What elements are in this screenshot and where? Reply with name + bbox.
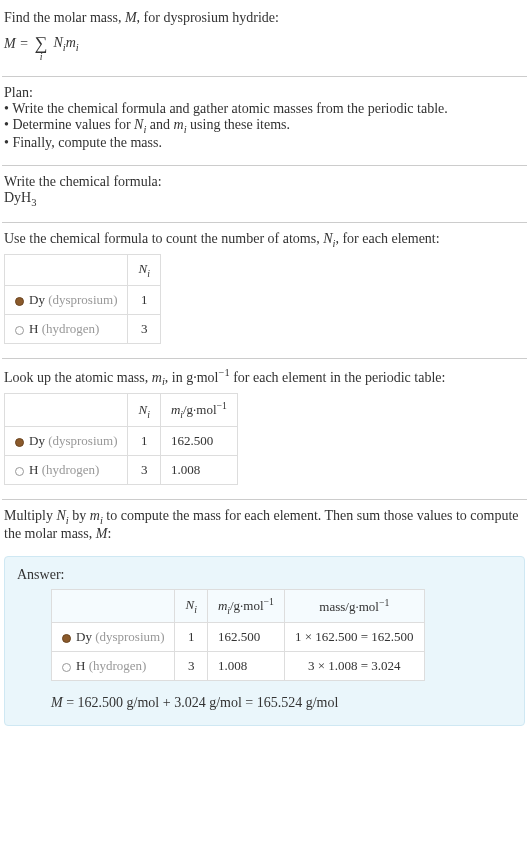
- element-cell: Dy (dysprosium): [5, 285, 128, 314]
- plan-section: Plan: • Write the chemical formula and g…: [2, 81, 527, 161]
- col-element: [5, 394, 128, 427]
- n-cell: 3: [128, 314, 160, 343]
- mass-cell: 1.008: [160, 456, 237, 485]
- divider: [2, 76, 527, 77]
- table-row: H (hydrogen) 3 1.008: [5, 456, 238, 485]
- element-cell: Dy (dysprosium): [5, 427, 128, 456]
- divider: [2, 499, 527, 500]
- table-row: Dy (dysprosium) 1 162.500 1 × 162.500 = …: [52, 623, 425, 652]
- mass-table: Ni mi/g·mol−1 Dy (dysprosium) 1 162.500 …: [4, 393, 238, 485]
- element-cell: H (hydrogen): [5, 314, 128, 343]
- col-Ni: Ni: [128, 255, 160, 286]
- answer-label: Answer:: [17, 567, 512, 583]
- eq-left: M =: [4, 36, 29, 52]
- mass-cell: 1 × 162.500 = 162.500: [284, 623, 424, 652]
- intro-text-a: Find the molar mass,: [4, 10, 125, 25]
- n-cell: 1: [128, 427, 160, 456]
- col-mass: mass/g·mol−1: [284, 590, 424, 623]
- table-row: Dy (dysprosium) 1: [5, 285, 161, 314]
- formula-section: Write the chemical formula: DyH3: [2, 170, 527, 218]
- table-header-row: Ni: [5, 255, 161, 286]
- table-header-row: Ni mi/g·mol−1: [5, 394, 238, 427]
- element-cell: H (hydrogen): [5, 456, 128, 485]
- element-cell: H (hydrogen): [52, 652, 175, 681]
- col-Ni: Ni: [128, 394, 160, 427]
- var-M: M: [125, 10, 137, 25]
- mass-text: Look up the atomic mass, mi, in g·mol−1 …: [4, 367, 525, 387]
- element-dot-icon: [15, 467, 24, 476]
- n-cell: 3: [128, 456, 160, 485]
- col-element: [5, 255, 128, 286]
- plan-bullet-2: • Determine values for Ni and mi using t…: [4, 117, 525, 135]
- intro-section: Find the molar mass, M, for dysprosium h…: [2, 6, 527, 72]
- plan-bullet-1: • Write the chemical formula and gather …: [4, 101, 525, 117]
- molar-mass-equation: M = ∑ i Nimi: [4, 26, 525, 62]
- divider: [2, 222, 527, 223]
- n-cell: 1: [128, 285, 160, 314]
- answer-table: Ni mi/g·mol−1 mass/g·mol−1 Dy (dysprosiu…: [51, 589, 425, 681]
- mass-cell: 3 × 1.008 = 3.024: [284, 652, 424, 681]
- sigma-icon: ∑ i: [35, 26, 48, 62]
- count-table: Ni Dy (dysprosium) 1 H (hydrogen) 3: [4, 254, 161, 344]
- plan-bullet-3: • Finally, compute the mass.: [4, 135, 525, 151]
- element-dot-icon: [15, 326, 24, 335]
- n-cell: 1: [175, 623, 207, 652]
- answer-box: Answer: Ni mi/g·mol−1 mass/g·mol−1 Dy (d…: [4, 556, 525, 726]
- mass-cell: 162.500: [160, 427, 237, 456]
- table-row: Dy (dysprosium) 1 162.500: [5, 427, 238, 456]
- plan-heading: Plan:: [4, 85, 525, 101]
- count-text: Use the chemical formula to count the nu…: [4, 231, 525, 249]
- element-dot-icon: [15, 297, 24, 306]
- count-section: Use the chemical formula to count the nu…: [2, 227, 527, 354]
- col-mi: mi/g·mol−1: [207, 590, 284, 623]
- formula-heading: Write the chemical formula:: [4, 174, 525, 190]
- element-cell: Dy (dysprosium): [52, 623, 175, 652]
- col-mi: mi/g·mol−1: [160, 394, 237, 427]
- col-Ni: Ni: [175, 590, 207, 623]
- element-dot-icon: [62, 663, 71, 672]
- element-dot-icon: [15, 438, 24, 447]
- mi-cell: 162.500: [207, 623, 284, 652]
- molar-mass-result: M = 162.500 g/mol + 3.024 g/mol = 165.52…: [51, 695, 512, 711]
- element-dot-icon: [62, 634, 71, 643]
- intro-text-b: , for dysprosium hydride:: [137, 10, 279, 25]
- divider: [2, 358, 527, 359]
- mi-cell: 1.008: [207, 652, 284, 681]
- table-row: H (hydrogen) 3 1.008 3 × 1.008 = 3.024: [52, 652, 425, 681]
- table-row: H (hydrogen) 3: [5, 314, 161, 343]
- table-header-row: Ni mi/g·mol−1 mass/g·mol−1: [52, 590, 425, 623]
- col-element: [52, 590, 175, 623]
- mass-section: Look up the atomic mass, mi, in g·mol−1 …: [2, 363, 527, 495]
- chemical-formula: DyH3: [4, 190, 525, 208]
- intro-line: Find the molar mass, M, for dysprosium h…: [4, 10, 525, 26]
- compute-text: Multiply Ni by mi to compute the mass fo…: [4, 508, 525, 542]
- n-cell: 3: [175, 652, 207, 681]
- answer-inner: Ni mi/g·mol−1 mass/g·mol−1 Dy (dysprosiu…: [17, 589, 512, 711]
- eq-right: Nimi: [53, 35, 78, 53]
- divider: [2, 165, 527, 166]
- compute-section: Multiply Ni by mi to compute the mass fo…: [2, 504, 527, 552]
